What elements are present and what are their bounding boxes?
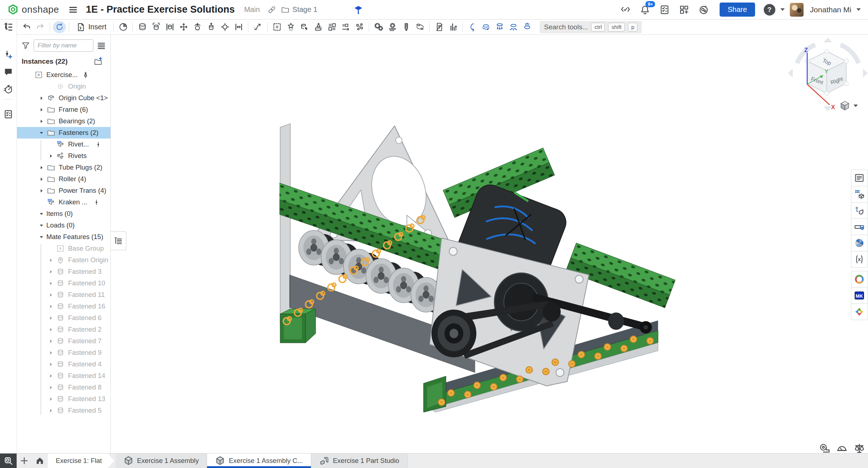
tree-item-fastened-13[interactable]: Fastened 13 [17, 393, 110, 405]
tree-item-fastened-2[interactable]: Fastened 2 [17, 324, 110, 335]
pinwheel-app-button[interactable] [851, 235, 868, 251]
tree-item-fasten-origin[interactable]: Fasten Origin [17, 254, 110, 266]
expand-caret-icon[interactable] [46, 312, 56, 324]
expand-caret-icon[interactable] [46, 358, 56, 370]
history-button[interactable] [0, 82, 17, 97]
screw-relation-button[interactable] [400, 21, 413, 33]
expand-caret-icon[interactable] [46, 301, 56, 312]
variables-button[interactable]: x [851, 251, 868, 268]
onshape-logo[interactable]: onshape [7, 4, 59, 16]
tree-item-fastened-5[interactable]: Fastened 5 [17, 405, 110, 416]
tree-item-fastened-16[interactable]: Fastened 16 [17, 301, 110, 312]
expand-caret-icon[interactable] [36, 162, 46, 173]
protractor-button[interactable] [836, 443, 848, 454]
servo-button[interactable] [521, 21, 534, 33]
replicate-button[interactable] [298, 21, 311, 33]
tree-item-origin[interactable]: Origin [17, 81, 110, 92]
ball-mate-button[interactable] [191, 21, 204, 33]
tree-item-tube-plugs-2[interactable]: Tube Plugs (2) [17, 162, 110, 173]
expand-caret-icon[interactable] [46, 335, 56, 347]
configurations-button[interactable] [851, 186, 868, 203]
x-app-button[interactable] [851, 303, 868, 320]
bom-button[interactable] [433, 21, 446, 33]
expand-caret-icon[interactable] [46, 347, 56, 358]
tree-item-loads-0[interactable]: Loads (0) [17, 220, 110, 231]
notifications-icon[interactable]: 9+ [638, 3, 652, 17]
explode-button[interactable] [353, 21, 366, 33]
tree-item-roller-4[interactable]: Roller (4) [17, 173, 110, 185]
animate-button[interactable] [465, 21, 479, 33]
belt-relation-button[interactable] [413, 21, 426, 33]
expand-caret-icon[interactable] [36, 208, 46, 220]
tree-item-items-0[interactable]: Items (0) [17, 208, 110, 220]
expand-caret-icon[interactable] [46, 382, 56, 393]
avatar[interactable] [790, 3, 804, 17]
gear-relation-button[interactable] [372, 21, 385, 33]
undo-button[interactable] [20, 21, 33, 33]
add-folder-icon[interactable] [93, 56, 103, 66]
snap-mode-button[interactable] [312, 21, 325, 33]
collision-button[interactable] [507, 21, 520, 33]
measure-button[interactable] [851, 218, 868, 235]
tree-item-exercise[interactable]: Exercise... [17, 69, 110, 81]
parallel-mate-button[interactable] [232, 21, 245, 33]
group-button[interactable] [270, 21, 283, 33]
expand-caret-icon[interactable] [36, 92, 46, 104]
expand-caret-icon[interactable] [36, 115, 46, 127]
help-button[interactable]: ? [764, 4, 775, 16]
tree-item-fastened-3[interactable]: Fastened 3 [17, 266, 110, 277]
link-icon[interactable] [266, 4, 277, 15]
mate-connector-add-button[interactable] [0, 47, 17, 62]
redo-button[interactable] [34, 21, 47, 33]
new-tab-button[interactable] [17, 454, 32, 468]
tree-item-fastened-4[interactable]: Fastened 4 [17, 358, 110, 370]
applications-icon[interactable] [677, 3, 691, 17]
mass-properties-button[interactable] [854, 443, 865, 454]
slider-mate-button[interactable] [163, 21, 176, 33]
expand-caret-icon[interactable] [36, 104, 46, 115]
planar-mate-button[interactable] [177, 21, 190, 33]
filter-icon[interactable] [21, 41, 30, 50]
measure-tape-button[interactable] [819, 443, 830, 454]
tasks-icon[interactable] [657, 3, 672, 17]
named-positions-button[interactable] [117, 21, 130, 33]
cylindrical-mate-button[interactable] [205, 21, 218, 33]
linear-pattern-button[interactable] [339, 21, 352, 33]
search-tools[interactable]: Search tools...ctrlshiftp [540, 21, 642, 33]
expand-caret-icon[interactable] [46, 289, 56, 301]
expand-caret-icon[interactable] [46, 254, 56, 266]
feature-script-icon[interactable] [618, 3, 633, 17]
cut-list-button[interactable] [0, 107, 17, 122]
home-tab-button[interactable] [32, 454, 48, 468]
expand-caret-icon[interactable] [36, 127, 46, 139]
configuration-dots[interactable] [95, 141, 102, 148]
user-menu-caret-icon[interactable] [856, 8, 861, 11]
rack-pinion-relation-button[interactable] [386, 21, 399, 33]
tree-item-fastened-9[interactable]: Fastened 9 [17, 347, 110, 358]
color-wheel-app-button[interactable] [851, 271, 868, 288]
tree-item-fasteners-2[interactable]: Fasteners (2) [17, 127, 110, 139]
tree-item-fastened-7[interactable]: Fastened 7 [17, 335, 110, 347]
expand-caret-icon[interactable] [36, 220, 46, 231]
expand-caret-icon[interactable] [46, 370, 56, 382]
main-menu-icon[interactable] [67, 4, 79, 16]
expand-caret-icon[interactable] [46, 277, 56, 289]
panel-collapse-toggle[interactable] [111, 231, 126, 250]
tree-item-rivets[interactable]: Rivets [17, 150, 110, 162]
green-tube-front[interactable] [280, 309, 316, 343]
tree-item-rivet[interactable]: Rivet... [17, 139, 110, 150]
left-plate-edge[interactable] [280, 124, 290, 325]
expand-caret-icon[interactable] [36, 173, 46, 185]
document-tab-exercise-1-assembly[interactable]: Exercise 1 Assembly [115, 454, 207, 468]
view-options[interactable] [839, 100, 858, 111]
configuration-dots[interactable] [93, 199, 100, 206]
assembly-3d-model[interactable] [279, 123, 681, 412]
tree-item-kraken[interactable]: Kraken ... [17, 196, 110, 208]
tree-item-fastened-10[interactable]: Fastened 10 [17, 277, 110, 289]
learning-badge-icon[interactable] [352, 4, 365, 16]
expand-caret-icon[interactable] [46, 150, 56, 162]
expand-caret-icon[interactable] [46, 393, 56, 405]
tree-item-fastened-8[interactable]: Fastened 8 [17, 382, 110, 393]
document-tab-exercise-1-flat[interactable]: Exercise 1: Flat [48, 454, 114, 468]
pin-slot-mate-button[interactable] [218, 21, 231, 33]
